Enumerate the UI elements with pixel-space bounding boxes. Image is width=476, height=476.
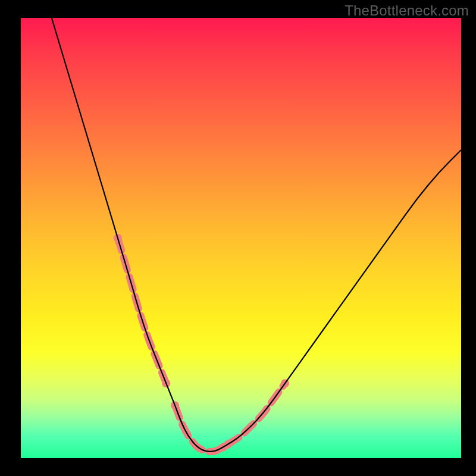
highlight-segment [118, 238, 166, 383]
chart-frame: TheBottleneck.com [0, 0, 476, 476]
plot-area [21, 18, 461, 458]
highlight-layer [114, 234, 289, 452]
watermark-text: TheBottleneck.com [345, 2, 469, 19]
bottleneck-curve [52, 18, 461, 452]
highlight-segment [175, 405, 223, 452]
curve-svg [21, 18, 461, 458]
highlight-segment [228, 383, 285, 444]
